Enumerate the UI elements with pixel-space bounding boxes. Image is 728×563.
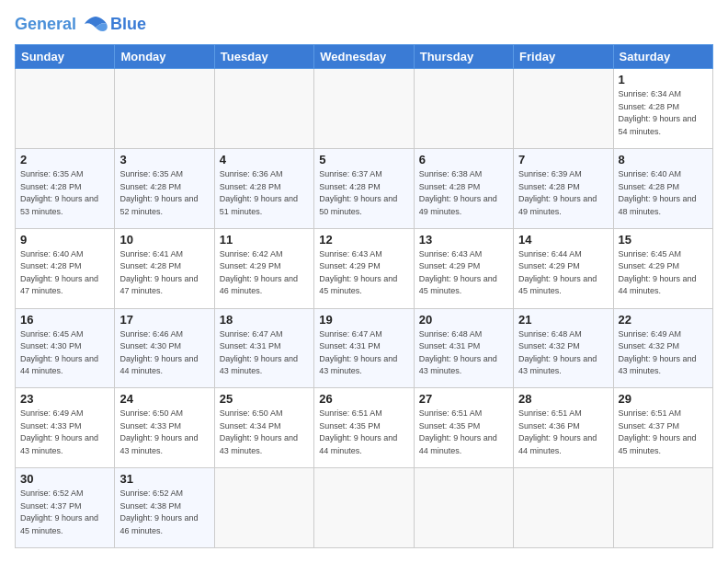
daylight-label: Daylight: 9 hours and 44 minutes. xyxy=(119,354,198,376)
sunrise-label: Sunrise: 6:45 AM xyxy=(619,249,682,259)
daylight-label: Daylight: 9 hours and 44 minutes. xyxy=(619,274,697,296)
day-info: Sunrise: 6:37 AM Sunset: 4:28 PM Dayligh… xyxy=(319,168,408,218)
sunset-label: Sunset: 4:34 PM xyxy=(220,421,281,431)
calendar-cell xyxy=(214,69,313,149)
sunrise-label: Sunrise: 6:40 AM xyxy=(619,169,682,178)
sunset-label: Sunset: 4:29 PM xyxy=(319,261,381,270)
calendar-cell xyxy=(613,468,712,548)
day-info: Sunrise: 6:39 AM Sunset: 4:28 PM Dayligh… xyxy=(518,168,608,218)
logo-general: General xyxy=(15,15,76,33)
daylight-label: Daylight: 9 hours and 44 minutes. xyxy=(20,354,98,376)
calendar-cell: 21 Sunrise: 6:48 AM Sunset: 4:32 PM Dayl… xyxy=(514,308,613,388)
day-info: Sunrise: 6:44 AM Sunset: 4:29 PM Dayligh… xyxy=(518,248,608,298)
day-number: 28 xyxy=(518,392,608,406)
sunrise-label: Sunrise: 6:52 AM xyxy=(20,488,84,498)
daylight-label: Daylight: 9 hours and 43 minutes. xyxy=(419,354,497,376)
daylight-label: Daylight: 9 hours and 47 minutes. xyxy=(20,274,98,296)
sunrise-label: Sunrise: 6:35 AM xyxy=(20,169,84,178)
calendar-cell: 23 Sunrise: 6:49 AM Sunset: 4:33 PM Dayl… xyxy=(16,388,115,468)
day-number: 27 xyxy=(419,392,508,406)
day-info: Sunrise: 6:50 AM Sunset: 4:34 PM Dayligh… xyxy=(220,408,309,457)
sunrise-label: Sunrise: 6:51 AM xyxy=(419,408,483,418)
calendar-table: Sunday Monday Tuesday Wednesday Thursday… xyxy=(15,44,713,548)
page: General Blue Sunday Monday Tuesday xyxy=(0,0,728,563)
calendar-cell: 17 Sunrise: 6:46 AM Sunset: 4:30 PM Dayl… xyxy=(115,308,214,388)
daylight-label: Daylight: 9 hours and 44 minutes. xyxy=(319,433,397,455)
calendar-cell: 20 Sunrise: 6:48 AM Sunset: 4:31 PM Dayl… xyxy=(414,308,513,388)
sunrise-label: Sunrise: 6:51 AM xyxy=(619,408,682,418)
calendar-cell xyxy=(314,468,414,548)
calendar-cell: 9 Sunrise: 6:40 AM Sunset: 4:28 PM Dayli… xyxy=(16,228,115,308)
calendar-week-1: 1 Sunrise: 6:34 AM Sunset: 4:28 PM Dayli… xyxy=(16,69,713,149)
daylight-label: Daylight: 9 hours and 45 minutes. xyxy=(518,274,597,296)
calendar-cell: 13 Sunrise: 6:43 AM Sunset: 4:29 PM Dayl… xyxy=(414,228,513,308)
day-info: Sunrise: 6:50 AM Sunset: 4:33 PM Dayligh… xyxy=(119,408,209,457)
sunset-label: Sunset: 4:38 PM xyxy=(119,501,181,511)
calendar-cell: 12 Sunrise: 6:43 AM Sunset: 4:29 PM Dayl… xyxy=(314,228,414,308)
sunset-label: Sunset: 4:37 PM xyxy=(20,501,82,511)
sunrise-label: Sunrise: 6:50 AM xyxy=(220,408,283,418)
calendar-cell xyxy=(414,468,513,548)
calendar-cell xyxy=(214,468,313,548)
sunset-label: Sunset: 4:35 PM xyxy=(319,421,381,431)
logo: General Blue xyxy=(15,15,146,35)
day-number: 21 xyxy=(518,313,608,327)
day-number: 11 xyxy=(220,233,309,247)
sunrise-label: Sunrise: 6:34 AM xyxy=(619,89,682,98)
daylight-label: Daylight: 9 hours and 54 minutes. xyxy=(619,114,697,136)
day-number: 8 xyxy=(619,153,708,167)
calendar-week-3: 9 Sunrise: 6:40 AM Sunset: 4:28 PM Dayli… xyxy=(16,228,713,308)
calendar-week-4: 16 Sunrise: 6:45 AM Sunset: 4:30 PM Dayl… xyxy=(16,308,713,388)
calendar-cell: 10 Sunrise: 6:41 AM Sunset: 4:28 PM Dayl… xyxy=(115,228,214,308)
day-number: 5 xyxy=(319,153,408,167)
daylight-label: Daylight: 9 hours and 43 minutes. xyxy=(619,354,697,376)
calendar-cell: 25 Sunrise: 6:50 AM Sunset: 4:34 PM Dayl… xyxy=(214,388,313,468)
day-info: Sunrise: 6:40 AM Sunset: 4:28 PM Dayligh… xyxy=(20,248,109,298)
daylight-label: Daylight: 9 hours and 51 minutes. xyxy=(220,194,298,216)
calendar-cell xyxy=(115,69,214,149)
sunrise-label: Sunrise: 6:36 AM xyxy=(220,169,283,178)
calendar-header-row: Sunday Monday Tuesday Wednesday Thursday… xyxy=(16,45,713,69)
sunrise-label: Sunrise: 6:40 AM xyxy=(20,249,84,259)
day-number: 31 xyxy=(119,472,209,486)
sunrise-label: Sunrise: 6:41 AM xyxy=(119,249,183,259)
day-info: Sunrise: 6:48 AM Sunset: 4:32 PM Dayligh… xyxy=(518,328,608,378)
sunset-label: Sunset: 4:32 PM xyxy=(619,341,680,350)
daylight-label: Daylight: 9 hours and 47 minutes. xyxy=(119,274,198,296)
sunrise-label: Sunrise: 6:47 AM xyxy=(319,329,382,339)
sunrise-label: Sunrise: 6:51 AM xyxy=(518,408,582,418)
day-number: 3 xyxy=(119,153,209,167)
calendar-week-5: 23 Sunrise: 6:49 AM Sunset: 4:33 PM Dayl… xyxy=(16,388,713,468)
daylight-label: Daylight: 9 hours and 45 minutes. xyxy=(20,513,98,535)
sunset-label: Sunset: 4:28 PM xyxy=(119,182,181,191)
day-number: 26 xyxy=(319,392,408,406)
calendar-cell: 5 Sunrise: 6:37 AM Sunset: 4:28 PM Dayli… xyxy=(314,149,414,229)
sunrise-label: Sunrise: 6:43 AM xyxy=(419,249,483,259)
day-number: 19 xyxy=(319,313,408,327)
day-number: 6 xyxy=(419,153,508,167)
sunset-label: Sunset: 4:29 PM xyxy=(220,261,281,270)
calendar-cell xyxy=(16,69,115,149)
col-saturday: Saturday xyxy=(613,45,712,69)
calendar-cell xyxy=(514,69,613,149)
sunrise-label: Sunrise: 6:49 AM xyxy=(619,329,682,339)
daylight-label: Daylight: 9 hours and 43 minutes. xyxy=(319,354,397,376)
logo-text: General xyxy=(15,15,108,35)
day-number: 14 xyxy=(518,233,608,247)
calendar-cell: 8 Sunrise: 6:40 AM Sunset: 4:28 PM Dayli… xyxy=(613,149,712,229)
calendar-week-6: 30 Sunrise: 6:52 AM Sunset: 4:37 PM Dayl… xyxy=(16,468,713,548)
day-info: Sunrise: 6:36 AM Sunset: 4:28 PM Dayligh… xyxy=(220,168,309,218)
day-info: Sunrise: 6:46 AM Sunset: 4:30 PM Dayligh… xyxy=(119,328,209,378)
day-number: 25 xyxy=(220,392,309,406)
calendar-cell: 11 Sunrise: 6:42 AM Sunset: 4:29 PM Dayl… xyxy=(214,228,313,308)
sunset-label: Sunset: 4:33 PM xyxy=(119,421,181,431)
calendar-cell: 4 Sunrise: 6:36 AM Sunset: 4:28 PM Dayli… xyxy=(214,149,313,229)
day-number: 20 xyxy=(419,313,508,327)
calendar-cell: 31 Sunrise: 6:52 AM Sunset: 4:38 PM Dayl… xyxy=(115,468,214,548)
sunset-label: Sunset: 4:31 PM xyxy=(319,341,381,350)
calendar-cell: 2 Sunrise: 6:35 AM Sunset: 4:28 PM Dayli… xyxy=(16,149,115,229)
day-number: 13 xyxy=(419,233,508,247)
sunset-label: Sunset: 4:37 PM xyxy=(619,421,680,431)
sunrise-label: Sunrise: 6:43 AM xyxy=(319,249,382,259)
header: General Blue xyxy=(15,15,713,35)
